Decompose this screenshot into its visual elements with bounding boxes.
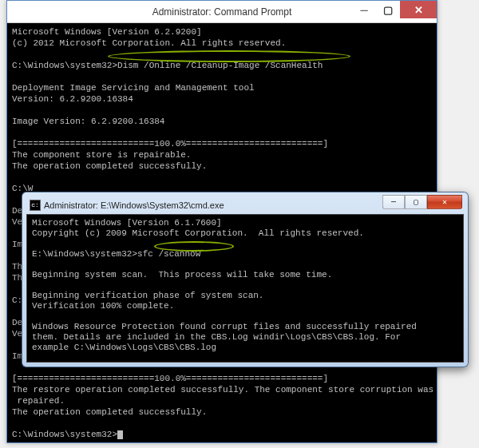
maximize-button[interactable]: ▢ — [376, 1, 400, 18]
cursor — [117, 430, 123, 439]
text-line: (c) 2012 Microsoft Corporation. All righ… — [12, 38, 286, 48]
close-button[interactable]: ✕ — [400, 1, 437, 18]
text-line: Deployment Image Servicing and Managemen… — [12, 83, 255, 93]
window-controls: ─ ▢ ✕ — [352, 1, 437, 18]
text-line: example C:\Windows\Logs\CBS\CBS.log — [32, 343, 216, 352]
prompt: E:\Windows\system32> — [32, 249, 137, 259]
text-line: The restore operation completed successf… — [12, 385, 433, 394]
text-line: Image Version: 6.2.9200.16384 — [12, 117, 164, 126]
close-button[interactable]: ✕ — [427, 195, 462, 209]
text-line: Version: 6.2.9200.16384 — [12, 94, 133, 104]
text-line: Beginning system scan. This process will… — [32, 270, 332, 280]
progress-line: [==========================100.0%=======… — [12, 139, 328, 149]
window-title: Administrator: E:\Windows\System32\cmd.e… — [44, 200, 224, 210]
text-line: The component store is repairable. — [12, 150, 191, 160]
text-line: Beginning verification phase of system s… — [32, 291, 263, 300]
progress-line: [==========================100.0%=======… — [12, 374, 328, 383]
cmd-icon: c: — [30, 200, 41, 211]
text-line: Copyright (c) 2009 Microsoft Corporation… — [32, 228, 364, 238]
console-output-win7[interactable]: Microsoft Windows [Version 6.1.7600] Cop… — [26, 214, 464, 363]
text-line: Microsoft Windows [Version 6.2.9200] — [12, 27, 202, 37]
text-line: The operation completed successfully. — [12, 407, 207, 417]
text-line: Verification 100% complete. — [32, 301, 174, 311]
text-line: The operation completed successfully. — [12, 161, 207, 171]
prompt: C:\Windows\system32> — [12, 61, 117, 70]
text-line: Windows Resource Protection found corrup… — [32, 322, 417, 331]
maximize-button[interactable]: ▢ — [405, 195, 427, 209]
command-text: Dism /Online /Cleanup-Image /ScanHealth — [117, 61, 323, 70]
minimize-button[interactable]: ─ — [382, 195, 405, 209]
titlebar-win7[interactable]: c: Administrator: E:\Windows\System32\cm… — [26, 196, 464, 214]
window-controls: ─ ▢ ✕ — [382, 195, 462, 209]
text-line: them. Details are included in the CBS.Lo… — [32, 332, 401, 342]
text-line: Microsoft Windows [Version 6.1.7600] — [32, 218, 222, 228]
titlebar-win8[interactable]: Administrator: Command Prompt ─ ▢ ✕ — [7, 1, 437, 23]
minimize-button[interactable]: ─ — [352, 1, 376, 18]
window-title: Administrator: Command Prompt — [152, 6, 292, 18]
command-text: sfc /scannow — [137, 249, 200, 259]
prompt: C:\Windows\system32> — [12, 430, 117, 439]
text-line: repaired. — [12, 396, 65, 406]
command-prompt-window-win7: c: Administrator: E:\Windows\System32\cm… — [22, 192, 469, 367]
